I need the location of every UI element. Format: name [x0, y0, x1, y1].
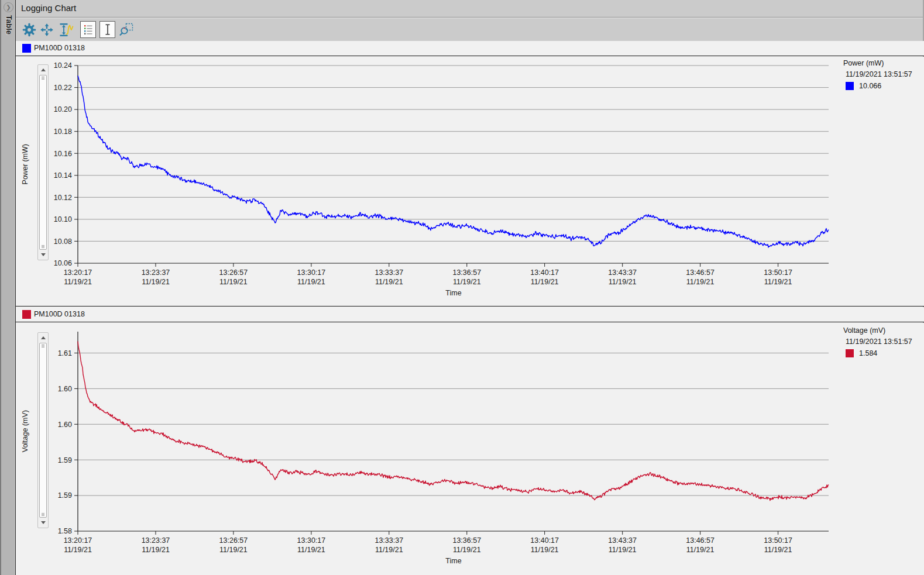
scroll-up-arrow-icon[interactable]: [38, 66, 48, 74]
svg-text:11/19/21: 11/19/21: [686, 546, 715, 554]
voltage-readout-value: 1.584: [859, 349, 877, 357]
autoscale-button[interactable]: [57, 22, 75, 38]
svg-text:13:36:57: 13:36:57: [452, 268, 481, 277]
scroll-down-arrow-icon[interactable]: [38, 518, 48, 527]
settings-button[interactable]: [22, 22, 37, 37]
voltage-readout-timestamp: 11/19/2021 13:51:57: [833, 336, 924, 347]
voltage-series-swatch: [22, 310, 31, 319]
svg-text:13:30:17: 13:30:17: [297, 268, 326, 277]
scroll-up-arrow-icon[interactable]: [38, 333, 48, 342]
svg-text:13:30:17: 13:30:17: [297, 536, 326, 545]
chevron-right-icon: ❯: [6, 4, 11, 11]
cursor-ibeam-icon: [103, 23, 112, 36]
svg-text:13:36:57: 13:36:57: [452, 536, 481, 545]
svg-text:11/19/21: 11/19/21: [219, 278, 248, 286]
svg-text:11/19/21: 11/19/21: [531, 546, 559, 554]
svg-text:1.61: 1.61: [58, 349, 72, 357]
power-series-row[interactable]: PM100D 01318: [16, 41, 924, 56]
voltage-scrollbar-thumb[interactable]: [39, 343, 47, 518]
svg-text:13:40:17: 13:40:17: [530, 536, 559, 545]
svg-text:13:50:17: 13:50:17: [764, 268, 792, 277]
svg-text:11/19/21: 11/19/21: [764, 546, 792, 554]
power-series-label: PM100D 01318: [34, 44, 85, 52]
svg-text:11/19/21: 11/19/21: [453, 278, 481, 286]
cursor-toggle-button[interactable]: [99, 21, 115, 38]
power-y-scrollbar[interactable]: [37, 64, 49, 260]
svg-text:11/19/21: 11/19/21: [531, 278, 559, 286]
scroll-down-arrow-icon[interactable]: [38, 250, 48, 259]
voltage-chart-section: 1.611.601.601.591.591.5813:20:1711/19/21…: [16, 323, 924, 575]
svg-text:13:43:37: 13:43:37: [608, 268, 637, 277]
voltage-readout-title: Voltage (mV): [833, 325, 924, 336]
page-title: Logging Chart: [21, 3, 76, 13]
chart-toolbar: [16, 18, 924, 41]
svg-text:13:23:37: 13:23:37: [142, 536, 170, 545]
svg-text:Time: Time: [445, 557, 461, 565]
svg-text:11/19/21: 11/19/21: [142, 546, 170, 554]
svg-text:13:20:17: 13:20:17: [64, 268, 92, 277]
svg-text:1.59: 1.59: [58, 491, 72, 500]
svg-text:13:26:57: 13:26:57: [219, 536, 248, 545]
voltage-readout: Voltage (mV) 11/19/2021 13:51:57 1.584: [833, 325, 924, 359]
svg-text:13:43:37: 13:43:37: [608, 536, 637, 545]
expand-panel-button[interactable]: ❯: [4, 2, 13, 12]
voltage-y-scrollbar[interactable]: [37, 332, 49, 528]
power-readout-title: Power (mW): [833, 58, 924, 69]
power-readout: Power (mW) 11/19/2021 13:51:57 10.066: [833, 58, 924, 92]
sidebar-tab-label: Table: [5, 15, 13, 35]
autoscale-vertical-icon: [57, 22, 75, 37]
svg-text:13:23:37: 13:23:37: [142, 268, 170, 277]
svg-text:13:46:57: 13:46:57: [686, 536, 715, 545]
power-readout-value: 10.066: [859, 82, 881, 90]
svg-text:11/19/21: 11/19/21: [609, 278, 637, 286]
power-series-swatch: [22, 44, 31, 53]
svg-text:1.59: 1.59: [58, 456, 72, 464]
svg-text:10.18: 10.18: [54, 128, 72, 136]
legend-list-icon: [83, 24, 93, 35]
svg-text:13:33:37: 13:33:37: [375, 268, 403, 277]
sidebar-tab-table[interactable]: Table: [1, 15, 16, 56]
pan-button[interactable]: [39, 22, 54, 37]
svg-text:1.60: 1.60: [58, 385, 72, 393]
power-chart-section: 10.2410.2210.2010.1810.1610.1410.1210.10…: [16, 57, 924, 307]
svg-text:13:26:57: 13:26:57: [219, 268, 248, 277]
svg-text:11/19/21: 11/19/21: [219, 546, 248, 554]
svg-text:11/19/21: 11/19/21: [764, 278, 792, 286]
svg-text:13:33:37: 13:33:37: [375, 536, 403, 545]
side-panel-strip: ❯ Table: [0, 0, 15, 575]
svg-text:Time: Time: [445, 289, 461, 297]
power-y-axis-title: Power (mW): [18, 66, 32, 263]
svg-text:11/19/21: 11/19/21: [64, 546, 92, 554]
svg-text:10.16: 10.16: [54, 150, 72, 158]
power-scrollbar-thumb[interactable]: [39, 75, 47, 250]
voltage-series-label: PM100D 01318: [34, 310, 85, 318]
settings-gear-icon: [22, 23, 36, 37]
svg-text:11/19/21: 11/19/21: [375, 546, 403, 554]
voltage-series-row[interactable]: PM100D 01318: [16, 307, 924, 322]
svg-text:10.08: 10.08: [54, 237, 72, 246]
title-bar: Logging Chart: [16, 0, 924, 18]
svg-text:11/19/21: 11/19/21: [375, 278, 403, 286]
svg-text:11/19/21: 11/19/21: [453, 546, 481, 554]
voltage-readout-swatch: [846, 349, 854, 357]
svg-text:1.58: 1.58: [58, 527, 72, 535]
svg-text:10.06: 10.06: [54, 259, 72, 267]
voltage-chart-plot[interactable]: 1.611.601.601.591.591.5813:20:1711/19/21…: [16, 323, 924, 575]
svg-text:10.14: 10.14: [54, 171, 72, 180]
legend-toggle-button[interactable]: [80, 21, 96, 38]
svg-text:11/19/21: 11/19/21: [686, 278, 715, 286]
voltage-y-axis-title: Voltage (mV): [18, 332, 32, 531]
power-readout-swatch: [846, 82, 854, 90]
svg-text:13:46:57: 13:46:57: [686, 268, 715, 277]
svg-text:11/19/21: 11/19/21: [297, 278, 325, 286]
power-chart-plot[interactable]: 10.2410.2210.2010.1810.1610.1410.1210.10…: [16, 57, 924, 306]
svg-text:10.12: 10.12: [54, 194, 72, 202]
svg-text:10.24: 10.24: [54, 61, 72, 70]
logging-chart-window: ❯ Table Logging Chart: [0, 0, 924, 575]
svg-text:10.22: 10.22: [54, 84, 72, 92]
zoom-selection-button[interactable]: [118, 22, 135, 38]
zoom-selection-icon: [119, 22, 134, 37]
svg-text:10.20: 10.20: [54, 105, 72, 113]
svg-text:13:20:17: 13:20:17: [64, 536, 92, 545]
svg-text:13:50:17: 13:50:17: [764, 536, 792, 545]
